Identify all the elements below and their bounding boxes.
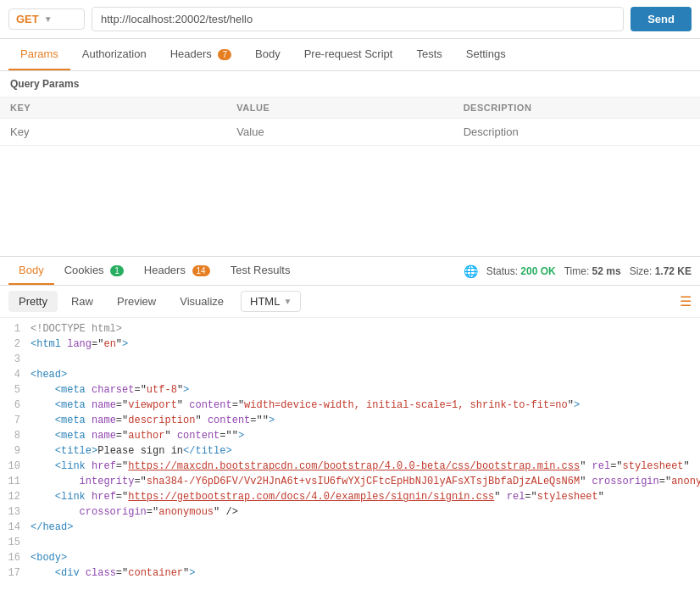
- format-label: HTML: [250, 295, 280, 308]
- code-line: 13 crossorigin="anonymous" />: [0, 506, 700, 521]
- tab-authorization[interactable]: Authorization: [70, 39, 158, 70]
- param-description-input[interactable]: [464, 125, 690, 138]
- time-label: Time: 52 ms: [564, 265, 621, 277]
- top-bar: GET ▼ Send: [0, 0, 700, 39]
- response-tab-body[interactable]: Body: [8, 257, 54, 285]
- code-line: 5 <meta charset="utf-8">: [0, 384, 700, 399]
- code-line: 11 integrity="sha384-/Y6pD6FV/Vv2HJnA6t+…: [0, 476, 700, 491]
- status-bar: 🌐 Status: 200 OK Time: 52 ms Size: 1.72 …: [464, 264, 692, 278]
- status-label: Status: 200 OK: [486, 265, 556, 277]
- url-input[interactable]: [92, 7, 624, 31]
- view-tab-visualize[interactable]: Visualize: [169, 291, 234, 312]
- code-line: 1 <!DOCTYPE html>: [0, 323, 700, 338]
- method-selector[interactable]: GET ▼: [8, 8, 85, 30]
- code-line: 17 <div class="container">: [0, 567, 700, 581]
- view-tabs-row: Pretty Raw Preview Visualize HTML ▼ ☰: [0, 286, 700, 318]
- code-view: 1 <!DOCTYPE html> 2 <html lang="en"> 3 4…: [0, 318, 700, 581]
- tab-settings[interactable]: Settings: [454, 39, 518, 70]
- param-value-input[interactable]: [236, 125, 463, 138]
- col-value: VALUE: [236, 103, 463, 113]
- col-description: DESCRIPTION: [464, 103, 690, 113]
- code-line: 14 </head>: [0, 521, 700, 537]
- format-selector[interactable]: HTML ▼: [241, 291, 301, 312]
- tab-headers[interactable]: Headers 7: [158, 39, 243, 70]
- params-table-row: [0, 119, 700, 146]
- wrap-icon[interactable]: ☰: [680, 293, 692, 309]
- code-line: 7 <meta name="description" content="">: [0, 415, 700, 430]
- tab-params[interactable]: Params: [8, 39, 70, 70]
- code-line: 6 <meta name="viewport" content="width=d…: [0, 399, 700, 415]
- code-line: 12 <link href="https://getbootstrap.com/…: [0, 491, 700, 506]
- response-tab-cookies[interactable]: Cookies 1: [54, 257, 134, 285]
- format-chevron-icon: ▼: [283, 297, 292, 306]
- status-time: 52 ms: [592, 265, 621, 277]
- col-key: KEY: [10, 103, 236, 113]
- code-line: 2 <html lang="en">: [0, 338, 700, 353]
- view-tab-raw[interactable]: Raw: [61, 291, 103, 312]
- globe-icon: 🌐: [464, 264, 478, 278]
- method-label: GET: [16, 13, 39, 25]
- size-label: Size: 1.72 KE: [630, 265, 692, 277]
- bottom-panel: Body Cookies 1 Headers 14 Test Results 🌐…: [0, 256, 700, 581]
- tab-tests[interactable]: Tests: [404, 39, 453, 70]
- code-line: 10 <link href="https://maxcdn.bootstrapc…: [0, 460, 700, 476]
- status-code: 200 OK: [520, 265, 555, 277]
- send-button[interactable]: Send: [631, 7, 692, 31]
- tab-pre-request-script[interactable]: Pre-request Script: [292, 39, 405, 70]
- params-table-header: KEY VALUE DESCRIPTION: [0, 97, 700, 119]
- code-line: 16 <body>: [0, 552, 700, 567]
- query-params-label: Query Params: [0, 71, 700, 97]
- code-line: 8 <meta name="author" content="">: [0, 430, 700, 445]
- view-tab-pretty[interactable]: Pretty: [8, 291, 58, 312]
- code-line: 3: [0, 353, 700, 369]
- tab-body[interactable]: Body: [243, 39, 292, 70]
- view-tab-preview[interactable]: Preview: [107, 291, 166, 312]
- empty-space: [0, 146, 700, 256]
- status-size: 1.72 KE: [655, 265, 692, 277]
- response-tab-headers[interactable]: Headers 14: [134, 257, 220, 285]
- code-line: 9 <title>Please sign in</title>: [0, 445, 700, 460]
- response-tab-test-results[interactable]: Test Results: [220, 257, 301, 285]
- request-tabs: Params Authorization Headers 7 Body Pre-…: [0, 39, 700, 71]
- code-line: 15: [0, 537, 700, 552]
- code-line: 4 <head>: [0, 369, 700, 384]
- param-key-input[interactable]: [10, 125, 236, 138]
- method-chevron-icon: ▼: [44, 14, 53, 24]
- response-tabs-row: Body Cookies 1 Headers 14 Test Results 🌐…: [0, 257, 700, 286]
